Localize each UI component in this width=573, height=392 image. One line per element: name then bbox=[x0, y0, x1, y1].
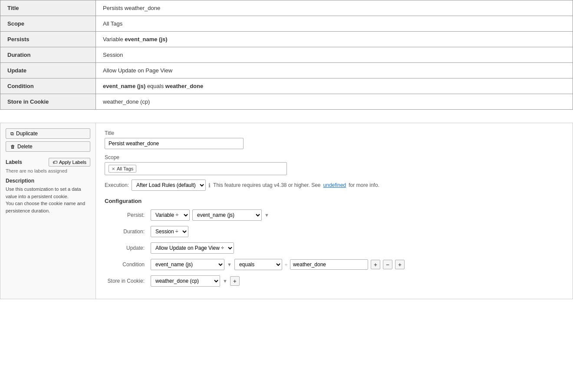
persist-label: Persist: bbox=[105, 212, 148, 218]
summary-key: Title bbox=[0, 0, 96, 16]
summary-value: Session bbox=[96, 47, 573, 63]
description-title: Description bbox=[6, 178, 90, 184]
summary-row: Store in Cookieweather_done (cp) bbox=[0, 94, 573, 110]
all-tags-label: All Tags bbox=[117, 166, 133, 171]
update-label: Update: bbox=[105, 245, 148, 251]
configuration-title: Configuration bbox=[105, 198, 564, 204]
execution-suffix: for more info. bbox=[349, 182, 379, 188]
store-cookie-label: Store in Cookie: bbox=[105, 278, 148, 284]
trash-icon: 🗑 bbox=[10, 144, 15, 149]
labels-title: Labels bbox=[6, 159, 22, 165]
summary-value: All Tags bbox=[96, 16, 573, 32]
delete-button[interactable]: 🗑 Delete bbox=[6, 141, 90, 152]
summary-row: DurationSession bbox=[0, 47, 573, 63]
scope-box[interactable]: ✕ All Tags bbox=[105, 162, 287, 175]
title-label: Title bbox=[105, 130, 564, 136]
summary-key: Persists bbox=[0, 32, 96, 47]
duration-label: Duration: bbox=[105, 229, 148, 235]
execution-select[interactable]: After Load Rules (default) bbox=[132, 180, 206, 191]
execution-row: Execution: After Load Rules (default) ℹ … bbox=[105, 180, 564, 191]
store-cookie-add-button[interactable]: + bbox=[230, 276, 240, 286]
execution-link-text: undefined bbox=[323, 182, 346, 188]
store-cookie-row: Store in Cookie: weather_done (cp) ▼ + bbox=[105, 275, 564, 287]
label-icon: 🏷 bbox=[53, 160, 57, 165]
all-tags-chip: ✕ All Tags bbox=[109, 165, 136, 173]
duplicate-icon: ⧉ bbox=[10, 131, 14, 137]
remove-tag-icon[interactable]: ✕ bbox=[112, 167, 115, 171]
execution-link[interactable]: undefined bbox=[323, 182, 346, 188]
description-text: Use this customization to set a data val… bbox=[6, 186, 90, 214]
summary-value: Allow Update on Page View bbox=[96, 63, 573, 78]
summary-key: Store in Cookie bbox=[0, 94, 96, 110]
labels-row: Labels 🏷 Apply Labels bbox=[6, 158, 90, 167]
scope-field-group: Scope ✕ All Tags bbox=[105, 154, 564, 175]
summary-row: PersistsVariable event_name (js) bbox=[0, 32, 573, 47]
persist-variable-select[interactable]: event_name (js) bbox=[192, 209, 262, 221]
condition-add-button[interactable]: + bbox=[371, 260, 380, 269]
summary-key: Update bbox=[0, 63, 96, 78]
persist-dropdown-icon: ▼ bbox=[264, 212, 269, 218]
update-row: Update: Allow Update on Page View ÷ bbox=[105, 242, 564, 254]
persist-row: Persist: Variable ÷ event_name (js) ▼ bbox=[105, 209, 564, 221]
apply-labels-label: Apply Labels bbox=[59, 160, 86, 165]
execution-label: Execution: bbox=[105, 182, 129, 188]
summary-row: UpdateAllow Update on Page View bbox=[0, 63, 573, 78]
left-sidebar: ⧉ Duplicate 🗑 Delete Labels 🏷 Apply Labe… bbox=[0, 123, 96, 299]
summary-row: TitlePersists weather_done bbox=[0, 0, 573, 16]
summary-table: TitlePersists weather_doneScopeAll TagsP… bbox=[0, 0, 573, 110]
info-icon: ℹ bbox=[208, 182, 211, 189]
duplicate-button[interactable]: ⧉ Duplicate bbox=[6, 128, 90, 139]
form-area: Title Scope ✕ All Tags Execution: After … bbox=[96, 123, 573, 299]
summary-value: weather_done (cp) bbox=[96, 94, 573, 110]
condition-label: Condition bbox=[105, 261, 148, 268]
condition-operator-select[interactable]: equals bbox=[234, 259, 282, 270]
summary-row: ScopeAll Tags bbox=[0, 16, 573, 32]
title-input[interactable] bbox=[105, 138, 244, 149]
delete-label: Delete bbox=[17, 144, 33, 150]
no-labels-text: There are no labels assigned bbox=[6, 168, 90, 173]
update-select[interactable]: Allow Update on Page View ÷ bbox=[151, 242, 234, 254]
scope-label: Scope bbox=[105, 154, 564, 160]
condition-remove-button[interactable]: − bbox=[383, 260, 392, 269]
condition-var-dropdown-icon: ▼ bbox=[227, 262, 232, 267]
edit-panel: ⧉ Duplicate 🗑 Delete Labels 🏷 Apply Labe… bbox=[0, 123, 573, 299]
persist-type-select[interactable]: Variable ÷ bbox=[151, 209, 190, 221]
store-cookie-controls: weather_done (cp) ▼ + bbox=[151, 275, 240, 287]
execution-note: This feature requires utag v4.38 or high… bbox=[213, 182, 320, 188]
duplicate-label: Duplicate bbox=[16, 131, 38, 137]
summary-key: Duration bbox=[0, 47, 96, 63]
summary-key: Scope bbox=[0, 16, 96, 32]
summary-row: Conditionevent_name (js) equals weather_… bbox=[0, 78, 573, 94]
summary-key: Condition bbox=[0, 78, 96, 94]
duration-select[interactable]: Session ÷ bbox=[151, 226, 188, 237]
condition-value-input[interactable] bbox=[290, 259, 368, 270]
summary-value: event_name (js) equals weather_done bbox=[96, 78, 573, 94]
condition-op-dropdown-icon: ÷ bbox=[285, 262, 287, 267]
duration-row: Duration: Session ÷ bbox=[105, 226, 564, 237]
summary-value: Persists weather_done bbox=[96, 0, 573, 16]
store-cookie-dropdown-icon: ▼ bbox=[223, 278, 227, 284]
store-cookie-select[interactable]: weather_done (cp) bbox=[151, 275, 220, 287]
summary-value: Variable event_name (js) bbox=[96, 32, 573, 47]
condition-plus2-button[interactable]: + bbox=[395, 260, 405, 269]
condition-row: Condition event_name (js) ▼ equals ÷ + −… bbox=[105, 259, 564, 270]
title-field-group: Title bbox=[105, 130, 564, 149]
apply-labels-button[interactable]: 🏷 Apply Labels bbox=[49, 158, 90, 167]
condition-variable-select[interactable]: event_name (js) bbox=[151, 259, 224, 270]
